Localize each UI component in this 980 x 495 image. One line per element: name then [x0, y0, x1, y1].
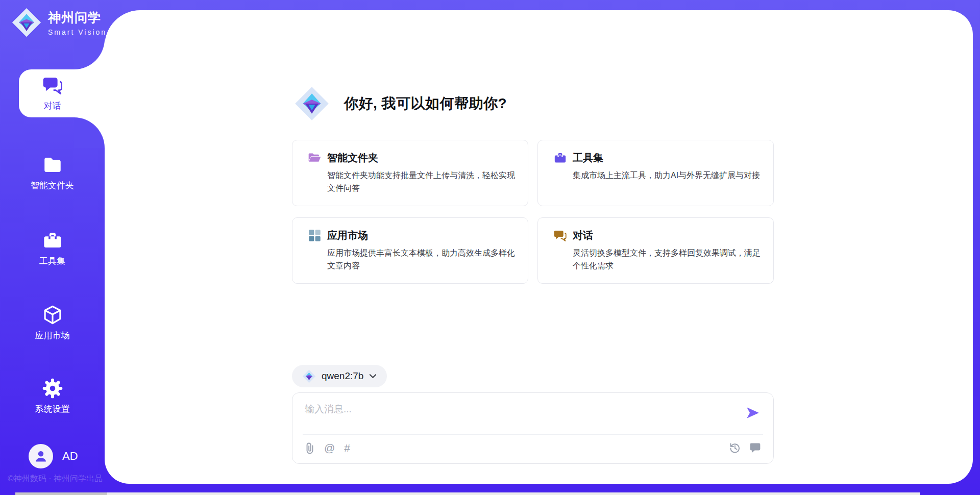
- sidebar-item-toolset[interactable]: 工具集: [0, 230, 105, 267]
- hash-icon[interactable]: #: [344, 442, 350, 454]
- message-composer: @ #: [292, 392, 774, 464]
- cube-icon: [42, 304, 63, 326]
- tab-fillet-top: [74, 39, 105, 69]
- sidebar-item-label: 智能文件夹: [31, 180, 74, 191]
- avatar: [29, 444, 53, 468]
- card-title: 智能文件夹: [327, 151, 378, 165]
- sidebar-item-label: 应用市场: [35, 330, 70, 341]
- composer-tools-right: [729, 442, 761, 454]
- toolbox-icon: [42, 230, 63, 251]
- comment-icon[interactable]: [749, 442, 761, 454]
- card-title: 应用市场: [327, 229, 368, 242]
- message-input[interactable]: [305, 400, 738, 418]
- grid-icon: [308, 229, 322, 242]
- sidebar-item-smart-folder[interactable]: 智能文件夹: [0, 154, 105, 191]
- gear-icon: [42, 378, 63, 399]
- brand-subtitle: Smart Vision: [48, 28, 107, 36]
- folder-open-icon: [308, 151, 322, 165]
- composer-tools-left: @ #: [305, 442, 350, 454]
- card-description: 智能文件夹功能支持批量文件上传与清洗，轻松实现文件问答: [327, 169, 520, 195]
- history-icon[interactable]: [729, 442, 741, 454]
- card-description: 灵活切换多模型文件，支持多样回复效果调试，满足个性化需求: [573, 247, 766, 273]
- sidebar-item-label: 工具集: [39, 255, 65, 267]
- horizontal-scrollbar-track[interactable]: [15, 492, 920, 495]
- sidebar-item-app-market[interactable]: 应用市场: [0, 304, 105, 341]
- card-description: 应用市场提供丰富长文本模板，助力高效生成多样化文章内容: [327, 247, 520, 273]
- user-account[interactable]: AD: [29, 444, 78, 468]
- chevron-down-icon: [369, 374, 377, 379]
- app-window: 神州问学 Smart Vision 对话 智能文件夹 工具集 应用市场: [0, 0, 980, 495]
- toolbox-icon: [553, 151, 567, 165]
- gem-logo-icon: [11, 7, 42, 38]
- brand-logo-block: 神州问学 Smart Vision: [11, 7, 107, 38]
- send-icon: [746, 406, 760, 419]
- sidebar-item-chat[interactable]: 对话: [0, 75, 105, 112]
- card-description: 集成市场上主流工具，助力AI与外界无缝扩展与对接: [573, 169, 766, 182]
- brand-name: 神州问学: [48, 9, 107, 26]
- horizontal-scrollbar-thumb[interactable]: [15, 492, 107, 495]
- greeting-title: 你好, 我可以如何帮助你?: [344, 94, 507, 113]
- chat-bubbles-icon: [553, 229, 567, 242]
- copyright-text: ©神州数码 · 神州问学出品: [4, 474, 106, 484]
- composer-divider: [303, 434, 763, 435]
- greeting-block: 你好, 我可以如何帮助你?: [294, 86, 507, 121]
- send-button[interactable]: [746, 406, 760, 419]
- card-chat[interactable]: 对话 灵活切换多模型文件，支持多样回复效果调试，满足个性化需求: [537, 217, 774, 284]
- chat-bubbles-icon: [42, 75, 63, 96]
- card-smart-folder[interactable]: 智能文件夹 智能文件夹功能支持批量文件上传与清洗，轻松实现文件问答: [292, 140, 528, 206]
- card-app-market[interactable]: 应用市场 应用市场提供丰富长文本模板，助力高效生成多样化文章内容: [292, 217, 528, 284]
- gem-logo-icon: [294, 86, 330, 121]
- card-title: 工具集: [573, 151, 603, 165]
- tab-fillet-bottom: [74, 117, 105, 148]
- paperclip-icon[interactable]: [305, 442, 315, 454]
- sidebar-item-settings[interactable]: 系统设置: [0, 378, 105, 415]
- folder-icon: [42, 154, 63, 176]
- person-icon: [34, 449, 48, 463]
- sidebar-item-label: 对话: [44, 100, 61, 112]
- model-selector[interactable]: qwen2:7b: [292, 365, 387, 387]
- card-title: 对话: [573, 229, 593, 242]
- card-toolset[interactable]: 工具集 集成市场上主流工具，助力AI与外界无缝扩展与对接: [537, 140, 774, 206]
- sidebar-item-label: 系统设置: [35, 403, 70, 415]
- model-name: qwen2:7b: [322, 370, 363, 382]
- gem-logo-icon: [302, 369, 316, 383]
- at-icon[interactable]: @: [324, 442, 335, 454]
- user-initials: AD: [62, 450, 78, 463]
